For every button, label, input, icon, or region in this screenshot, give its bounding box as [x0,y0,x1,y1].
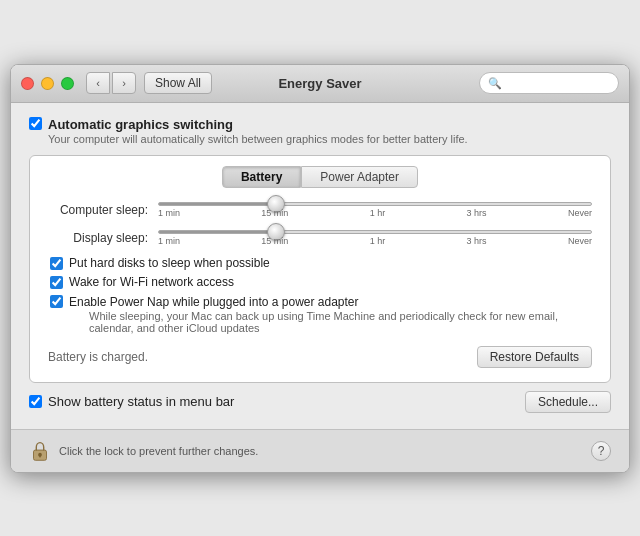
lock-text: Click the lock to prevent further change… [59,445,258,457]
computer-sleep-slider-container: 1 min 15 min 1 hr 3 hrs Never [158,202,592,218]
auto-graphics-subtitle: Your computer will automatically switch … [48,133,468,145]
bottom-bar: Click the lock to prevent further change… [11,429,629,472]
computer-sleep-label: Computer sleep: [48,203,148,217]
show-battery-label: Show battery status in menu bar [48,394,234,409]
search-icon: 🔍 [488,77,502,90]
auto-graphics-title: Automatic graphics switching [48,117,468,132]
titlebar: ‹ › Show All Energy Saver 🔍 [11,65,629,103]
auto-graphics-checkbox[interactable] [29,117,42,130]
checkboxes-section: Put hard disks to sleep when possible Wa… [30,246,610,334]
main-content: Automatic graphics switching Your comput… [11,103,629,429]
close-button[interactable] [21,77,34,90]
lock-icon[interactable] [29,438,51,464]
mark-1min-cs: 1 min [158,208,180,218]
window-title: Energy Saver [278,76,361,91]
lock-area: Click the lock to prevent further change… [29,438,258,464]
mark-never-ds: Never [568,236,592,246]
power-nap-sublabel: While sleeping, your Mac can back up usi… [89,310,590,334]
show-all-button[interactable]: Show All [144,72,212,94]
tab-power-adapter[interactable]: Power Adapter [301,166,418,188]
mark-15min-ds: 15 min [261,236,288,246]
wifi-label: Wake for Wi-Fi network access [69,275,234,289]
wifi-checkbox[interactable] [50,276,63,289]
auto-graphics-section: Automatic graphics switching Your comput… [29,117,611,145]
zoom-button[interactable] [61,77,74,90]
schedule-button[interactable]: Schedule... [525,391,611,413]
computer-sleep-slider[interactable] [158,202,592,206]
mark-1min-ds: 1 min [158,236,180,246]
hard-disks-checkbox[interactable] [50,257,63,270]
wifi-row: Wake for Wi-Fi network access [50,275,590,289]
display-sleep-label: Display sleep: [48,231,148,245]
nav-buttons: ‹ › [86,72,136,94]
tab-battery[interactable]: Battery [222,166,301,188]
hard-disks-label: Put hard disks to sleep when possible [69,256,270,270]
restore-defaults-button[interactable]: Restore Defaults [477,346,592,368]
mark-3hrs-ds: 3 hrs [467,236,487,246]
mark-3hrs-cs: 3 hrs [467,208,487,218]
display-sleep-marks: 1 min 15 min 1 hr 3 hrs Never [158,236,592,246]
computer-sleep-row: Computer sleep: 1 min 15 min 1 hr 3 hrs … [30,194,610,218]
forward-button[interactable]: › [112,72,136,94]
panel-footer: Battery is charged. Restore Defaults [30,334,610,368]
power-nap-checkbox[interactable] [50,295,63,308]
show-battery-checkbox[interactable] [29,395,42,408]
hard-disks-row: Put hard disks to sleep when possible [50,256,590,270]
display-sleep-row: Display sleep: 1 min 15 min 1 hr 3 hrs N… [30,222,610,246]
traffic-lights [21,77,74,90]
tab-bar: Battery Power Adapter [30,156,610,194]
power-nap-row: Enable Power Nap while plugged into a po… [50,294,590,334]
search-box[interactable]: 🔍 [479,72,619,94]
mark-1hr-ds: 1 hr [370,236,386,246]
show-battery-bar: Show battery status in menu bar Schedule… [29,383,611,417]
mark-15min-cs: 15 min [261,208,288,218]
settings-panel: Battery Power Adapter Computer sleep: 1 … [29,155,611,383]
display-sleep-slider[interactable] [158,230,592,234]
show-battery-row: Show battery status in menu bar [29,394,234,409]
mark-1hr-cs: 1 hr [370,208,386,218]
display-sleep-slider-container: 1 min 15 min 1 hr 3 hrs Never [158,230,592,246]
mark-never-cs: Never [568,208,592,218]
back-button[interactable]: ‹ [86,72,110,94]
power-nap-label: Enable Power Nap while plugged into a po… [69,295,359,309]
battery-status: Battery is charged. [48,350,148,364]
computer-sleep-marks: 1 min 15 min 1 hr 3 hrs Never [158,208,592,218]
energy-saver-window: ‹ › Show All Energy Saver 🔍 Automatic gr… [10,64,630,473]
help-button[interactable]: ? [591,441,611,461]
svg-rect-2 [39,454,40,457]
minimize-button[interactable] [41,77,54,90]
